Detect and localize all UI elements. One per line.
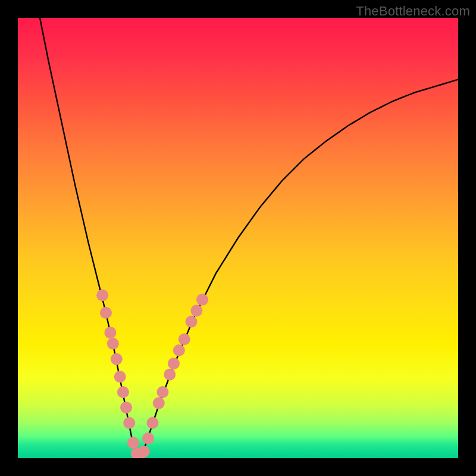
curve-marker bbox=[178, 333, 190, 345]
curve-marker bbox=[146, 417, 158, 429]
curve-marker bbox=[156, 386, 168, 398]
curve-marker bbox=[111, 353, 123, 365]
curve-marker bbox=[127, 437, 139, 449]
curve-marker bbox=[107, 338, 119, 350]
chart-container: TheBottleneck.com bbox=[0, 0, 476, 476]
curve-marker bbox=[173, 345, 185, 356]
curve-marker bbox=[196, 294, 208, 306]
curve-marker bbox=[123, 417, 135, 429]
curve-marker bbox=[190, 305, 202, 317]
curve-marker bbox=[186, 316, 198, 328]
curve-marker bbox=[138, 446, 150, 458]
curve-marker bbox=[153, 397, 165, 409]
curve-marker bbox=[104, 327, 116, 339]
curve-markers bbox=[96, 289, 208, 458]
curve-marker bbox=[96, 289, 108, 301]
curve-marker bbox=[100, 307, 112, 319]
curve-marker bbox=[114, 371, 126, 383]
plot-area bbox=[18, 18, 458, 458]
curve-marker bbox=[142, 433, 154, 444]
watermark-text: TheBottleneck.com bbox=[356, 4, 470, 19]
curve-marker bbox=[117, 386, 129, 398]
curve-marker bbox=[120, 402, 132, 414]
curve-marker bbox=[168, 358, 180, 369]
curve-marker bbox=[164, 368, 176, 380]
bottleneck-curve bbox=[40, 18, 458, 454]
curve-svg bbox=[18, 18, 458, 458]
